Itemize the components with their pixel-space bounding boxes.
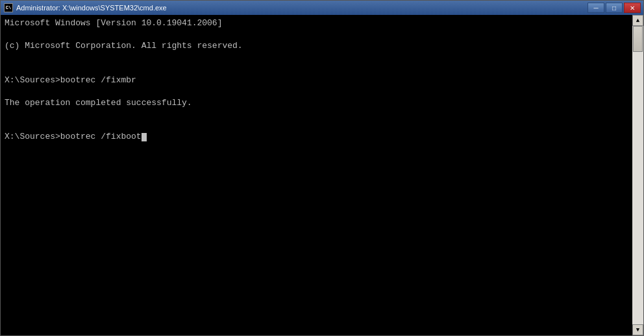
console-line: X:\Sources>bootrec /fixmbr xyxy=(5,75,630,86)
maximize-icon: □ xyxy=(612,5,616,12)
cursor xyxy=(142,133,147,141)
scroll-thumb[interactable] xyxy=(633,26,643,52)
cmd-icon: C\ xyxy=(3,3,14,13)
title-bar-buttons: ─ □ ✕ xyxy=(588,3,641,13)
minimize-button[interactable]: ─ xyxy=(588,3,604,13)
console-output[interactable]: Microsoft Windows [Version 10.0.19041.20… xyxy=(1,15,632,335)
cmd-logo: C\ xyxy=(4,3,13,12)
scroll-up-button[interactable]: ▲ xyxy=(632,15,643,26)
cmd-window: C\ Administrator: X:\windows\SYSTEM32\cm… xyxy=(0,0,644,336)
scroll-track[interactable] xyxy=(632,26,643,324)
minimize-icon: ─ xyxy=(593,5,598,12)
console-line: X:\Sources>bootrec /fixboot xyxy=(5,131,630,143)
console-line: Microsoft Windows [Version 10.0.19041.20… xyxy=(5,18,630,29)
console-line: The operation completed successfully. xyxy=(5,97,630,109)
window-title: Administrator: X:\windows\SYSTEM32\cmd.e… xyxy=(16,4,167,12)
close-icon: ✕ xyxy=(630,5,635,12)
scrollbar[interactable]: ▲ ▼ xyxy=(632,15,643,335)
title-bar-left: C\ Administrator: X:\windows\SYSTEM32\cm… xyxy=(3,3,167,13)
title-bar: C\ Administrator: X:\windows\SYSTEM32\cm… xyxy=(1,1,643,15)
console-area[interactable]: Microsoft Windows [Version 10.0.19041.20… xyxy=(1,15,643,335)
close-button[interactable]: ✕ xyxy=(624,3,641,13)
scroll-down-button[interactable]: ▼ xyxy=(632,324,643,335)
maximize-button[interactable]: □ xyxy=(606,3,623,13)
console-line: (c) Microsoft Corporation. All rights re… xyxy=(5,40,630,52)
